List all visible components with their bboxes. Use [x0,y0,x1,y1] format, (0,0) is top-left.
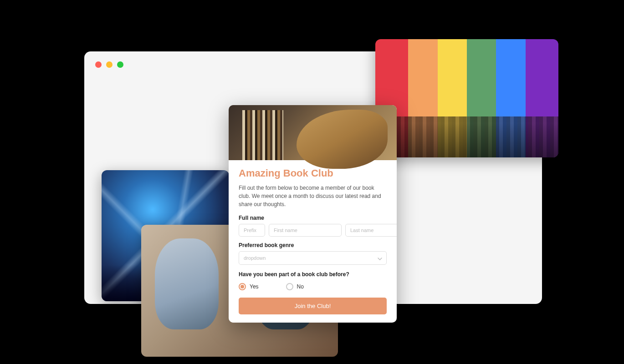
lastname-input[interactable] [345,224,397,237]
genre-label: Preferred book genre [239,242,387,248]
radio-icon [239,283,246,290]
close-icon[interactable] [95,61,102,68]
firstname-input[interactable] [269,224,342,237]
maximize-icon[interactable] [117,61,123,68]
radio-icon [286,283,293,290]
prefix-input[interactable] [239,224,265,237]
genre-select[interactable]: dropdown [239,251,387,265]
window-controls [95,61,123,68]
form-hero-image [229,105,397,160]
form-description: Fill out the form below to become a memb… [239,184,387,208]
radio-yes-label: Yes [250,283,259,290]
prior-club-label: Have you been part of a book club before… [239,271,387,278]
fullname-label: Full name [239,215,387,221]
radio-no[interactable]: No [286,283,304,290]
minimize-icon[interactable] [106,61,113,68]
signup-form-card: Amazing Book Club Fill out the form belo… [229,105,397,323]
rainbow-crowd-image [375,39,558,157]
form-title: Amazing Book Club [239,167,387,179]
radio-no-label: No [297,283,304,290]
radio-yes[interactable]: Yes [239,283,259,290]
submit-button[interactable]: Join the Club! [239,298,387,314]
